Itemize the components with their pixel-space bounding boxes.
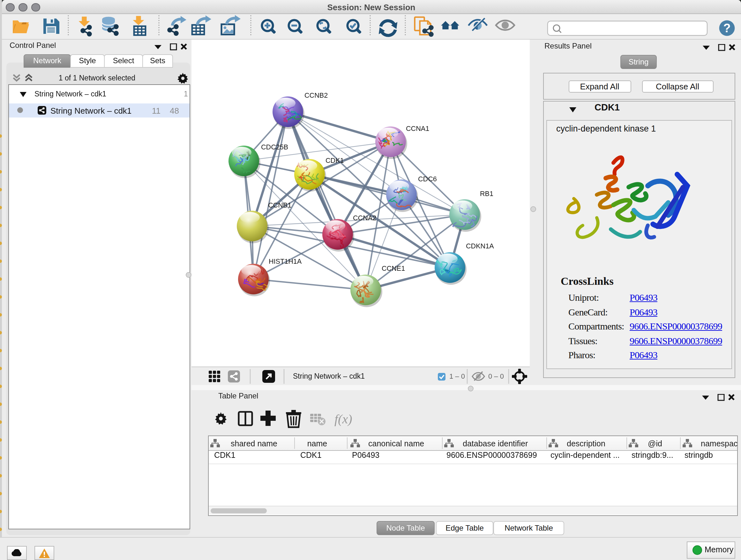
svg-text:@id: @id xyxy=(648,439,662,448)
svg-text:CDKN1A: CDKN1A xyxy=(466,242,494,250)
svg-text:CCNB1: CCNB1 xyxy=(268,201,291,209)
svg-text:1 – 0: 1 – 0 xyxy=(449,372,465,380)
svg-text:database identifier: database identifier xyxy=(462,439,528,448)
svg-text:String Network – cdk1: String Network – cdk1 xyxy=(293,372,365,380)
svg-text:namespace: namespace xyxy=(700,439,737,448)
svg-text:CCNE1: CCNE1 xyxy=(382,264,405,272)
svg-text:CCNA1: CCNA1 xyxy=(406,125,429,132)
svg-text:description: description xyxy=(566,439,605,448)
svg-text:shared name: shared name xyxy=(230,439,277,448)
svg-text:CDC6: CDC6 xyxy=(418,175,437,183)
svg-text:CDK1: CDK1 xyxy=(326,157,344,165)
svg-text:RB1: RB1 xyxy=(480,190,493,198)
svg-text:f(x): f(x) xyxy=(334,412,352,426)
svg-text:CCNB2: CCNB2 xyxy=(305,91,328,99)
svg-text:?: ? xyxy=(723,21,730,35)
svg-text:canonical name: canonical name xyxy=(368,439,424,448)
svg-text:CCNA2: CCNA2 xyxy=(353,214,376,222)
svg-text:0 – 0: 0 – 0 xyxy=(488,372,504,380)
svg-text:name: name xyxy=(307,439,327,448)
svg-text:CDC25B: CDC25B xyxy=(261,143,288,151)
svg-text:HIST1H1A: HIST1H1A xyxy=(269,257,302,265)
